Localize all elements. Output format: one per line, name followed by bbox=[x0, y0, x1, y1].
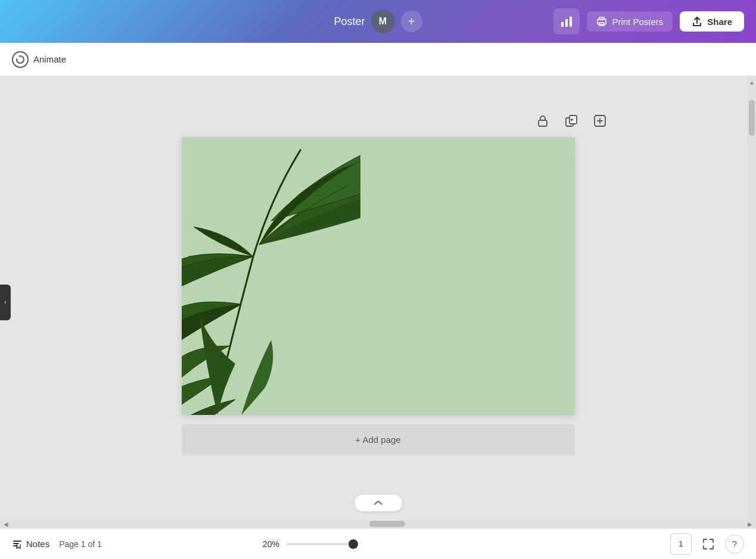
poster-title: Poster bbox=[334, 15, 365, 28]
scroll-v-thumb[interactable] bbox=[749, 100, 755, 136]
print-icon bbox=[596, 16, 607, 27]
avatar-letter: M bbox=[379, 16, 387, 27]
svg-rect-1 bbox=[565, 19, 568, 27]
fullscreen-button[interactable] bbox=[698, 533, 719, 555]
animate-label: Animate bbox=[33, 54, 66, 64]
header: Poster M + Print Posters Share bbox=[0, 0, 756, 43]
svg-rect-0 bbox=[561, 22, 564, 27]
expand-handle[interactable] bbox=[354, 495, 402, 511]
print-label: Print Posters bbox=[612, 17, 663, 27]
vertical-scrollbar[interactable]: ▲ ▼ bbox=[748, 76, 756, 528]
help-button[interactable]: ? bbox=[725, 535, 744, 554]
duplicate-icon bbox=[565, 114, 578, 127]
canvas-container: + Add page bbox=[182, 138, 575, 455]
page-number: 1 bbox=[679, 539, 683, 548]
add-page-button[interactable]: + Add page bbox=[182, 424, 575, 455]
footer-right: 1 ? bbox=[670, 533, 744, 555]
toolbar: Animate bbox=[0, 43, 756, 76]
share-button[interactable]: Share bbox=[680, 11, 744, 32]
share-icon bbox=[692, 16, 702, 27]
zoom-slider[interactable] bbox=[287, 543, 358, 545]
share-label: Share bbox=[707, 17, 732, 27]
canvas-area: ‹ ▲ ▼ ◀ ▶ bbox=[0, 76, 756, 528]
canvas-toolbar bbox=[532, 110, 611, 132]
avatar-button[interactable]: M bbox=[371, 10, 395, 33]
chart-icon bbox=[560, 15, 573, 28]
notes-icon bbox=[12, 539, 23, 549]
lock-icon bbox=[537, 114, 549, 127]
lock-button[interactable] bbox=[532, 110, 553, 132]
plant-decoration bbox=[182, 138, 360, 415]
add-element-button[interactable] bbox=[589, 110, 611, 132]
add-collaborator-button[interactable]: + bbox=[401, 11, 422, 32]
add-icon bbox=[593, 114, 606, 127]
page-number-button[interactable]: 1 bbox=[670, 533, 692, 555]
page-info: Page 1 of 1 bbox=[59, 539, 102, 549]
footer: Notes Page 1 of 1 20% 1 ? bbox=[0, 528, 756, 559]
notes-button[interactable]: Notes bbox=[12, 539, 49, 549]
header-center: Poster M + bbox=[334, 10, 422, 33]
horizontal-scrollbar[interactable]: ◀ ▶ bbox=[0, 520, 756, 528]
poster-canvas[interactable] bbox=[182, 138, 575, 415]
expand-chevron-icon bbox=[372, 500, 384, 506]
zoom-thumb[interactable] bbox=[349, 539, 358, 549]
zoom-level: 20% bbox=[263, 539, 279, 549]
zoom-controls: 20% bbox=[263, 539, 358, 549]
svg-point-6 bbox=[17, 56, 24, 63]
svg-rect-2 bbox=[570, 17, 572, 27]
animate-icon bbox=[12, 51, 29, 68]
duplicate-button[interactable] bbox=[561, 110, 582, 132]
chevron-left-icon: ‹ bbox=[4, 299, 6, 305]
svg-rect-4 bbox=[599, 17, 604, 20]
animate-button[interactable]: Animate bbox=[12, 51, 66, 68]
add-page-label: + Add page bbox=[355, 435, 400, 445]
scroll-h-thumb[interactable] bbox=[369, 521, 405, 527]
scroll-left-button[interactable]: ◀ bbox=[0, 520, 12, 528]
print-posters-button[interactable]: Print Posters bbox=[587, 11, 673, 32]
notes-label: Notes bbox=[26, 539, 49, 549]
svg-rect-7 bbox=[539, 120, 547, 126]
scroll-up-button[interactable]: ▲ bbox=[748, 76, 756, 88]
scroll-right-button[interactable]: ▶ bbox=[744, 520, 756, 528]
left-panel-toggle[interactable]: ‹ bbox=[0, 285, 11, 320]
fullscreen-icon bbox=[702, 538, 714, 550]
help-icon: ? bbox=[732, 539, 737, 549]
chart-button[interactable] bbox=[553, 8, 580, 35]
